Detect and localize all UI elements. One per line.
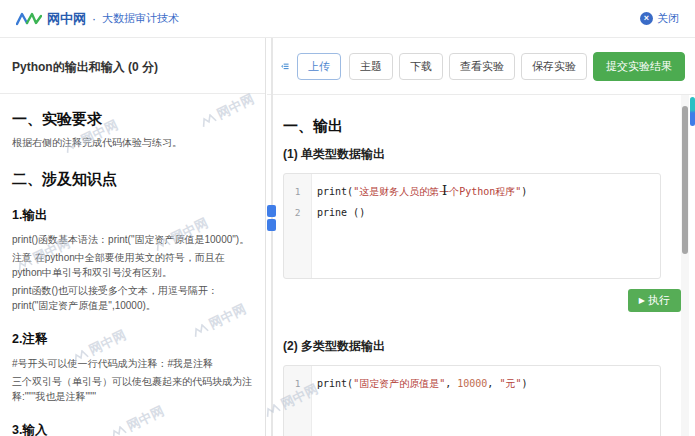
code-text: prine ()	[311, 207, 365, 218]
instructions-panel: Python的输出和输入 (0 分) 一、实验要求 根据右侧的注释完成代码体验与…	[0, 38, 266, 436]
run-label: 执行	[648, 293, 670, 308]
upload-button[interactable]: 上传	[297, 53, 341, 80]
divider-handle-segment	[267, 219, 276, 231]
close-label: 关闭	[657, 11, 679, 26]
view-experiment-button[interactable]: 查看实验	[449, 53, 515, 80]
scrollbar-thumb[interactable]	[682, 106, 688, 254]
exercise-title: Python的输出和输入 (0 分)	[0, 38, 265, 94]
save-experiment-button[interactable]: 保存实验	[521, 53, 587, 80]
toolbar: 上传 主题 下载 查看实验 保存实验 提交实验结果	[267, 38, 695, 95]
divider-handle-segment	[267, 205, 276, 217]
code-line: 1 print("这是财务人员的第一个Python程序")	[284, 181, 660, 202]
code-text: print("固定资产的原值是", 10000, "元")	[311, 377, 527, 391]
logo: 网中网 · 大数据审计技术	[16, 10, 179, 28]
panel-divider	[271, 38, 273, 436]
run-button[interactable]: ▶ 执行	[628, 289, 681, 312]
heading-input: 3.输入	[12, 422, 253, 436]
subsection-multi-type: (2) 多类型数据输出	[283, 338, 675, 355]
text-comment-2: 三个双引号（单引号）可以使包裹起来的代码块成为注释:"""我也是注释"""	[12, 374, 253, 404]
line-number: 1	[284, 186, 311, 197]
code-line: 1 print("固定资产的原值是", 10000, "元")	[284, 373, 660, 394]
brand-name: 网中网	[47, 10, 86, 28]
heading-output: 1.输出	[12, 207, 253, 224]
text-output-3: print函数()也可以接受多个文本，用逗号隔开：print("固定资产原值是"…	[12, 283, 253, 313]
code-text: print("这是财务人员的第一个Python程序")	[311, 185, 527, 199]
play-icon: ▶	[639, 296, 645, 305]
subsection-single-type: (1) 单类型数据输出	[283, 146, 675, 163]
line-number: 1	[284, 378, 311, 389]
code-area: 1 print("固定资产的原值是", 10000, "元")	[284, 366, 660, 401]
code-editor-1[interactable]: 1 print("这是财务人员的第一个Python程序") 2 prine ()…	[283, 173, 661, 279]
outline-icon[interactable]	[281, 59, 289, 74]
instructions-content: 一、实验要求 根据右侧的注释完成代码体验与练习。 二、涉及知识点 1.输出 pr…	[0, 110, 265, 436]
run-row: ▶ 执行	[283, 289, 681, 312]
text-output-2: 注意 在python中全部要使用英文的符号，而且在python中单引号和双引号没…	[12, 250, 253, 280]
heading-requirements: 一、实验要求	[12, 110, 253, 129]
submit-results-button[interactable]: 提交实验结果	[593, 52, 685, 81]
brand-separator: ·	[92, 12, 96, 26]
code-line: 2 prine ()	[284, 202, 660, 223]
logo-zigzag-icon	[16, 11, 42, 27]
code-editor-2[interactable]: 1 print("固定资产的原值是", 10000, "元")	[283, 365, 661, 436]
header: 网中网 · 大数据审计技术 × 关闭	[0, 0, 695, 38]
scrollbar-accent-thumb[interactable]	[690, 97, 695, 126]
text-comment-1: #号开头可以使一行代码成为注释：#我是注释	[12, 356, 253, 371]
workspace-panel: 上传 主题 下载 查看实验 保存实验 提交实验结果 一、输出 (1) 单类型数据…	[267, 38, 695, 436]
download-button[interactable]: 下载	[399, 53, 443, 80]
code-area: 1 print("这是财务人员的第一个Python程序") 2 prine ()	[284, 174, 660, 230]
heading-knowledge: 二、涉及知识点	[12, 170, 253, 189]
close-icon: ×	[640, 12, 653, 25]
divider-drag-handle[interactable]	[267, 205, 276, 233]
text-output-1: print()函数基本语法：print("固定资产原值是10000")。	[12, 232, 253, 247]
toolbar-right-group: 主题 下载 查看实验 保存实验 提交实验结果	[349, 52, 685, 81]
theme-button[interactable]: 主题	[349, 53, 393, 80]
product-name: 大数据审计技术	[102, 11, 179, 26]
line-number: 2	[284, 207, 311, 218]
section-heading-output: 一、输出	[283, 117, 675, 136]
heading-comment: 2.注释	[12, 331, 253, 348]
close-button[interactable]: × 关闭	[640, 11, 679, 26]
text-requirements: 根据右侧的注释完成代码体验与练习。	[12, 135, 253, 150]
exercise-content: 一、输出 (1) 单类型数据输出 1 print("这是财务人员的第一个Pyth…	[267, 95, 695, 436]
app-window: 网中网 · 大数据审计技术 × 关闭 Python的输出和输入 (0 分) 一、…	[0, 0, 695, 436]
